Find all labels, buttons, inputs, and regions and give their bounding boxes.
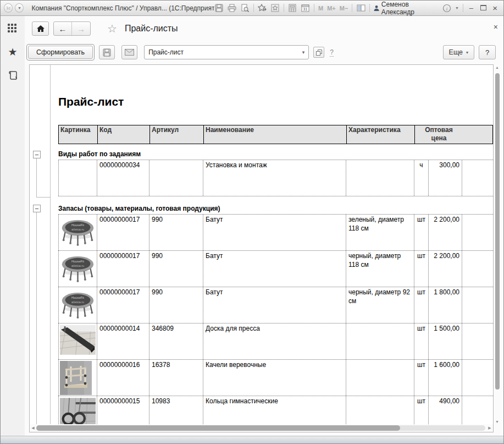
close-form-icon[interactable]: × <box>494 23 498 31</box>
cell-price[interactable]: 2 200,00 <box>428 251 462 287</box>
send-mail-button[interactable] <box>121 45 137 59</box>
variant-help-link[interactable]: ? <box>330 48 334 57</box>
cell-price[interactable]: 1 600,00 <box>428 360 462 396</box>
scroll-down-icon[interactable]: ▼ <box>495 420 499 424</box>
cell-characteristic[interactable]: черный, диаметр 92 см <box>346 287 414 323</box>
cell-unit[interactable]: шт <box>414 360 428 396</box>
cell-name[interactable]: Батут <box>203 215 346 250</box>
save-report-button[interactable] <box>99 45 115 59</box>
save-icon[interactable] <box>214 3 224 13</box>
collapse-group-1-button[interactable] <box>33 151 41 158</box>
price-list-report: Прайс-лист КартинкаКодАртикулНаименовани… <box>58 65 493 432</box>
favorites-icon[interactable]: ★ <box>8 47 17 57</box>
cell-article[interactable]: 16378 <box>149 360 203 396</box>
table-row[interactable]: HouseFitatletica.ru00000000017990Батутче… <box>58 251 493 287</box>
help-button[interactable]: ? <box>479 45 496 59</box>
cell-article[interactable]: 990 <box>149 287 203 323</box>
main-menu-dropdown-icon[interactable]: ▼ <box>15 3 24 13</box>
cell-characteristic[interactable] <box>346 160 414 196</box>
history-icon[interactable] <box>8 70 18 80</box>
choose-variant-button[interactable] <box>313 47 324 58</box>
cell-characteristic[interactable]: черный, диаметр 118 см <box>346 251 414 287</box>
column-header: Наименование <box>203 125 346 144</box>
cell-unit[interactable]: шт <box>414 287 428 323</box>
product-image-swing[interactable] <box>58 360 97 396</box>
scroll-right-icon[interactable]: ▶ <box>486 426 493 430</box>
calculator-icon[interactable] <box>288 3 297 13</box>
product-image-empty[interactable] <box>58 160 97 196</box>
maximize-button[interactable] <box>479 4 488 12</box>
cell-unit[interactable]: шт <box>414 324 428 359</box>
scroll-left-icon[interactable]: ◀ <box>30 426 36 430</box>
report-variant-select[interactable]: Прайс-лист ▾ <box>144 45 309 59</box>
add-favorite-icon[interactable] <box>271 3 280 13</box>
group-label[interactable]: Запасы (товары, материалы, готовая проду… <box>58 203 493 214</box>
memory-subtract-button[interactable]: M− <box>340 5 348 12</box>
scroll-up-icon[interactable]: ▲ <box>495 65 499 69</box>
table-row[interactable]: 00000000014346809Доска для прессашт1 500… <box>58 324 493 360</box>
more-actions-button[interactable]: Еще ▾ <box>443 45 474 59</box>
favorites-nav-icon[interactable] <box>258 3 267 13</box>
1c-logo-icon[interactable]: 1c <box>4 3 13 13</box>
cell-price[interactable]: 1 800,00 <box>428 287 462 323</box>
cell-unit[interactable]: шт <box>414 251 428 287</box>
cell-code[interactable]: 00000000017 <box>97 287 149 323</box>
close-button[interactable]: × <box>491 3 499 13</box>
current-user[interactable]: Семенов Александр <box>374 1 439 16</box>
cell-name[interactable]: Качели веревочные <box>203 360 346 396</box>
cell-article[interactable] <box>149 160 203 196</box>
product-image-trampoline[interactable]: HouseFitatletica.ru <box>58 287 97 323</box>
info-icon[interactable]: i <box>442 3 452 13</box>
cell-article[interactable]: 346809 <box>149 324 203 359</box>
cell-code[interactable]: 00000000034 <box>97 160 149 196</box>
product-image-trampoline[interactable]: HouseFitatletica.ru <box>58 251 97 287</box>
table-row[interactable]: HouseFitatletica.ru00000000017990Батутзе… <box>58 215 493 251</box>
cell-code[interactable]: 00000000014 <box>97 324 149 359</box>
product-image-trampoline[interactable]: HouseFitatletica.ru <box>58 215 97 250</box>
info-dropdown-icon[interactable]: ▼ <box>455 6 459 10</box>
forward-button[interactable]: → <box>72 22 90 35</box>
table-row[interactable]: HouseFitatletica.ru00000000017990Батутче… <box>58 287 493 324</box>
print-preview-icon[interactable] <box>240 3 250 13</box>
back-button[interactable]: ← <box>54 22 72 35</box>
split-window-icon[interactable] <box>356 3 365 13</box>
tool-panel: ★ <box>1 16 25 436</box>
table-row[interactable]: 0000000001616378Качели веревочныешт1 600… <box>58 360 493 396</box>
collapse-group-2-button[interactable] <box>33 205 41 212</box>
cell-name[interactable]: Доска для пресса <box>203 324 346 359</box>
home-button[interactable] <box>32 21 49 36</box>
vertical-scroll-thumb[interactable] <box>495 73 500 390</box>
cell-name[interactable]: Батут <box>203 287 346 323</box>
cell-code[interactable]: 00000000017 <box>97 251 149 287</box>
cell-price[interactable]: 300,00 <box>428 160 462 196</box>
memory-recall-button[interactable]: M <box>318 5 323 12</box>
cell-price[interactable]: 1 500,00 <box>428 324 462 359</box>
svg-text:31: 31 <box>303 7 308 11</box>
cell-characteristic[interactable]: зеленый, диаметр 118 см <box>346 215 414 250</box>
cell-code[interactable]: 00000000017 <box>97 215 149 250</box>
horizontal-scroll-thumb[interactable] <box>36 425 400 431</box>
minimize-button[interactable]: – <box>467 4 475 12</box>
cell-characteristic[interactable] <box>346 324 414 359</box>
cell-unit[interactable]: шт <box>414 215 428 250</box>
print-icon[interactable] <box>228 3 237 13</box>
generate-button[interactable]: Сформировать <box>28 46 93 59</box>
cell-article[interactable]: 990 <box>149 215 203 250</box>
cell-characteristic[interactable] <box>346 360 414 396</box>
cell-unit[interactable]: ч <box>414 160 428 196</box>
sections-menu-icon[interactable] <box>8 24 18 34</box>
group-label[interactable]: Виды работ по заданиям <box>58 149 493 160</box>
combo-dropdown-icon[interactable]: ▾ <box>298 50 308 55</box>
cell-name[interactable]: Батут <box>203 251 346 287</box>
product-image-press-board[interactable] <box>58 324 97 359</box>
memory-add-button[interactable]: M+ <box>327 5 336 12</box>
add-to-favorites-star-icon[interactable]: ☆ <box>107 22 117 35</box>
vertical-scrollbar[interactable]: ▲ ▼ <box>494 64 501 432</box>
calendar-icon[interactable]: 31 <box>301 3 311 13</box>
cell-code[interactable]: 00000000016 <box>97 360 149 396</box>
cell-article[interactable]: 990 <box>149 251 203 287</box>
cell-price[interactable]: 2 200,00 <box>428 215 462 250</box>
cell-name[interactable]: Установка и монтаж <box>203 160 346 196</box>
horizontal-scrollbar[interactable]: ◀ ▶ <box>30 424 493 432</box>
table-row[interactable]: 00000000034Установка и монтажч300,00 <box>58 160 493 196</box>
